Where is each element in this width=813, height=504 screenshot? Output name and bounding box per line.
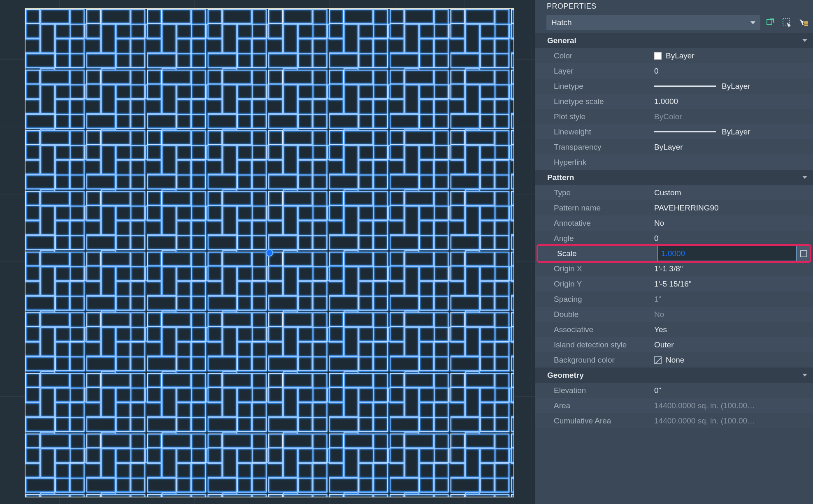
object-type-row: Hatch <box>535 12 813 33</box>
drag-handle-icon[interactable] <box>539 3 543 9</box>
row-spacing[interactable]: Spacing 1" <box>535 291 813 307</box>
toggle-pick-icon[interactable] <box>765 17 776 28</box>
label-double: Double <box>535 307 654 322</box>
panel-title-bar[interactable]: PROPERTIES <box>535 0 813 12</box>
row-origin-y[interactable]: Origin Y 1'-5 15/16" <box>535 276 813 291</box>
label-linetype: Linetype <box>535 79 654 94</box>
section-header-geometry[interactable]: Geometry <box>535 368 813 383</box>
value-angle[interactable]: 0 <box>654 231 813 246</box>
value-pattern-name[interactable]: PAVEHERRING90 <box>654 200 813 215</box>
row-linetype[interactable]: Linetype ByLayer <box>535 79 813 94</box>
label-linetype-scale: Linetype scale <box>535 94 654 109</box>
label-lineweight: Lineweight <box>535 124 654 139</box>
value-transparency[interactable]: ByLayer <box>654 139 813 155</box>
section-title: Pattern <box>547 173 574 182</box>
value-color[interactable]: ByLayer <box>654 48 813 63</box>
value-hyperlink[interactable] <box>654 155 813 170</box>
scale-field[interactable] <box>657 246 810 261</box>
quickcalc-button[interactable] <box>797 246 810 261</box>
row-color[interactable]: Color ByLayer <box>535 48 813 63</box>
label-origin-y: Origin Y <box>535 276 654 291</box>
row-double[interactable]: Double No <box>535 307 813 322</box>
value-bg-color[interactable]: None <box>654 352 813 368</box>
row-island[interactable]: Island detection style Outer <box>535 337 813 352</box>
value-area: 14400.0000 sq. in. (100.00… <box>654 398 813 413</box>
scale-input[interactable] <box>657 246 797 261</box>
properties-panel: PROPERTIES Hatch General Color <box>535 0 813 504</box>
value-origin-x[interactable]: 1'-1 3/8" <box>654 261 813 276</box>
label-spacing: Spacing <box>535 291 654 307</box>
row-bg-color[interactable]: Background color None <box>535 352 813 368</box>
value-elevation[interactable]: 0" <box>654 383 813 398</box>
label-color: Color <box>535 48 654 63</box>
row-linetype-scale[interactable]: Linetype scale 1.0000 <box>535 94 813 109</box>
drawing-viewport[interactable] <box>0 0 535 504</box>
row-layer[interactable]: Layer 0 <box>535 63 813 79</box>
label-scale: Scale <box>538 246 657 261</box>
svg-rect-29 <box>767 19 772 24</box>
value-layer[interactable]: 0 <box>654 63 813 79</box>
row-origin-x[interactable]: Origin X 1'-1 3/8" <box>535 261 813 276</box>
lineweight-sample-icon <box>654 131 716 132</box>
row-area[interactable]: Area 14400.0000 sq. in. (100.00… <box>535 398 813 413</box>
value-plot-style: ByColor <box>654 109 813 124</box>
svg-rect-33 <box>804 21 808 26</box>
value-linetype[interactable]: ByLayer <box>654 79 813 94</box>
row-scale[interactable]: Scale <box>538 246 810 261</box>
value-linetype-scale[interactable]: 1.0000 <box>654 94 813 109</box>
value-annotative[interactable]: No <box>654 215 813 231</box>
row-plot-style[interactable]: Plot style ByColor <box>535 109 813 124</box>
section-header-pattern[interactable]: Pattern <box>535 170 813 185</box>
chevron-down-icon <box>802 39 807 42</box>
row-associative[interactable]: Associative Yes <box>535 322 813 337</box>
row-elevation[interactable]: Elevation 0" <box>535 383 813 398</box>
label-layer: Layer <box>535 63 654 79</box>
chevron-down-icon <box>802 374 807 377</box>
label-associative: Associative <box>535 322 654 337</box>
prop-picker-icon[interactable] <box>798 17 809 28</box>
svg-rect-31 <box>773 18 774 23</box>
label-area: Area <box>535 398 654 413</box>
quick-select-icon[interactable] <box>782 17 792 28</box>
label-bg-color: Background color <box>535 352 654 368</box>
value-origin-y[interactable]: 1'-5 15/16" <box>654 276 813 291</box>
value-cum-area: 14400.0000 sq. in. (100.00… <box>654 413 813 428</box>
sections: General Color ByLayer Layer 0 Linetype B… <box>535 33 813 504</box>
hatch-grip[interactable] <box>266 249 273 257</box>
label-elevation: Elevation <box>535 383 654 398</box>
row-hyperlink[interactable]: Hyperlink <box>535 155 813 170</box>
hatch-boundary[interactable] <box>25 8 514 497</box>
section-header-general[interactable]: General <box>535 33 813 48</box>
row-transparency[interactable]: Transparency ByLayer <box>535 139 813 155</box>
row-cum-area[interactable]: Cumulative Area 14400.0000 sq. in. (100.… <box>535 413 813 428</box>
label-transparency: Transparency <box>535 139 654 155</box>
label-type: Type <box>535 185 654 200</box>
label-pattern-name: Pattern name <box>535 200 654 215</box>
object-type-select[interactable]: Hatch <box>546 15 760 30</box>
value-double: No <box>654 307 813 322</box>
calculator-icon <box>800 250 807 257</box>
color-swatch-icon <box>654 52 662 60</box>
value-spacing: 1" <box>654 291 813 307</box>
chevron-down-icon <box>802 176 807 179</box>
row-pattern-name[interactable]: Pattern name PAVEHERRING90 <box>535 200 813 215</box>
value-associative[interactable]: Yes <box>654 322 813 337</box>
row-annotative[interactable]: Annotative No <box>535 215 813 231</box>
label-angle: Angle <box>535 231 654 246</box>
label-island: Island detection style <box>535 337 654 352</box>
object-type-value: Hatch <box>551 18 572 27</box>
value-type[interactable]: Custom <box>654 185 813 200</box>
none-swatch-icon <box>654 356 662 364</box>
label-origin-x: Origin X <box>535 261 654 276</box>
label-plot-style: Plot style <box>535 109 654 124</box>
label-annotative: Annotative <box>535 215 654 231</box>
linetype-sample-icon <box>654 86 716 87</box>
label-hyperlink: Hyperlink <box>535 155 654 170</box>
row-type[interactable]: Type Custom <box>535 185 813 200</box>
row-angle[interactable]: Angle 0 <box>535 231 813 246</box>
value-island[interactable]: Outer <box>654 337 813 352</box>
row-lineweight[interactable]: Lineweight ByLayer <box>535 124 813 139</box>
value-lineweight[interactable]: ByLayer <box>654 124 813 139</box>
chevron-down-icon <box>750 21 755 24</box>
scale-highlight: Scale <box>537 244 811 263</box>
